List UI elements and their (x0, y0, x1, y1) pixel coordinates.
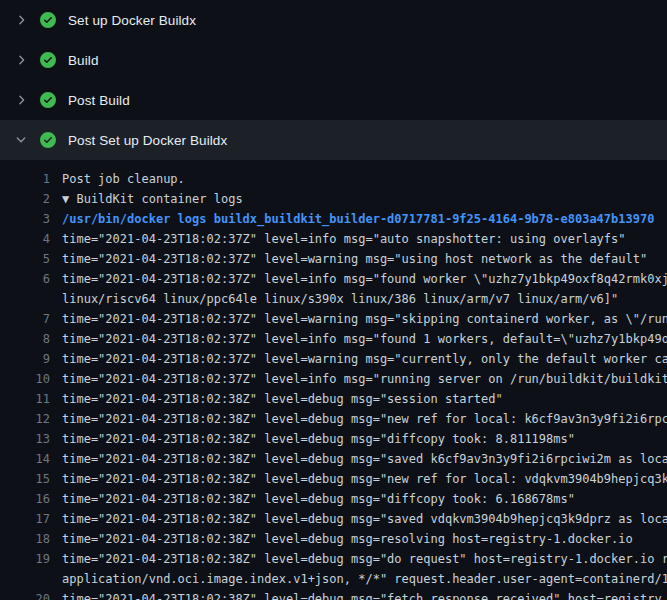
log-row: 11time="2021-04-23T18:02:38Z" level=debu… (0, 389, 667, 409)
log-text: linux/riscv64 linux/ppc64le linux/s390x … (50, 289, 618, 309)
line-number[interactable]: 10 (0, 369, 50, 389)
log-text: time="2021-04-23T18:02:38Z" level=debug … (50, 529, 633, 549)
log-group-toggle[interactable]: ▼ BuildKit container logs (50, 189, 243, 209)
log-row: 14time="2021-04-23T18:02:38Z" level=debu… (0, 449, 667, 469)
log-row: 18time="2021-04-23T18:02:38Z" level=debu… (0, 529, 667, 549)
log-text: time="2021-04-23T18:02:38Z" level=debug … (50, 549, 667, 569)
step-header-set-up-docker-buildx[interactable]: Set up Docker Buildx (0, 0, 667, 40)
log-text: time="2021-04-23T18:02:38Z" level=debug … (50, 449, 667, 469)
log-row: 7time="2021-04-23T18:02:37Z" level=warni… (0, 309, 667, 329)
log-text: time="2021-04-23T18:02:38Z" level=debug … (50, 389, 503, 409)
line-number (0, 289, 50, 309)
log-row: 9time="2021-04-23T18:02:37Z" level=warni… (0, 349, 667, 369)
line-number[interactable]: 1 (0, 169, 50, 189)
log-row: 12time="2021-04-23T18:02:38Z" level=debu… (0, 409, 667, 429)
log-text: time="2021-04-23T18:02:38Z" level=debug … (50, 489, 575, 509)
line-number[interactable]: 6 (0, 269, 50, 289)
log-row: 10time="2021-04-23T18:02:37Z" level=info… (0, 369, 667, 389)
chevron-down-icon (13, 132, 29, 148)
step-header-post-set-up-docker-buildx[interactable]: Post Set up Docker Buildx (0, 120, 667, 160)
check-circle-icon (40, 92, 56, 108)
log-row: 3/usr/bin/docker logs buildx_buildkit_bu… (0, 209, 667, 229)
log-row: 13time="2021-04-23T18:02:38Z" level=debu… (0, 429, 667, 449)
step-label: Post Set up Docker Buildx (68, 133, 227, 148)
chevron-right-icon (13, 92, 29, 108)
log-row: 17time="2021-04-23T18:02:38Z" level=debu… (0, 509, 667, 529)
step-label: Set up Docker Buildx (68, 13, 196, 28)
line-number[interactable]: 20 (0, 589, 50, 600)
log-text: time="2021-04-23T18:02:37Z" level=info m… (50, 229, 626, 249)
log-row: 4time="2021-04-23T18:02:37Z" level=info … (0, 229, 667, 249)
log-row: 5time="2021-04-23T18:02:37Z" level=warni… (0, 249, 667, 269)
log-text: time="2021-04-23T18:02:37Z" level=info m… (50, 269, 667, 289)
log-text: time="2021-04-23T18:02:37Z" level=info m… (50, 329, 667, 349)
log-text: time="2021-04-23T18:02:37Z" level=warnin… (50, 249, 647, 269)
steps-list: Set up Docker BuildxBuildPost BuildPost … (0, 0, 667, 160)
line-number[interactable]: 2 (0, 189, 50, 209)
log-text: time="2021-04-23T18:02:38Z" level=debug … (50, 509, 667, 529)
check-circle-icon (40, 52, 56, 68)
log-row: 8time="2021-04-23T18:02:37Z" level=info … (0, 329, 667, 349)
log-row-continuation: application/vnd.oci.image.index.v1+json,… (0, 569, 667, 589)
check-circle-icon (40, 12, 56, 28)
line-number[interactable]: 5 (0, 249, 50, 269)
log-row: 6time="2021-04-23T18:02:37Z" level=info … (0, 269, 667, 289)
log-text: time="2021-04-23T18:02:38Z" level=debug … (50, 409, 667, 429)
line-number[interactable]: 8 (0, 329, 50, 349)
line-number[interactable]: 19 (0, 549, 50, 569)
line-number[interactable]: 16 (0, 489, 50, 509)
line-number[interactable]: 18 (0, 529, 50, 549)
step-label: Build (68, 53, 99, 68)
log-text: application/vnd.oci.image.index.v1+json,… (50, 569, 667, 589)
step-header-post-build[interactable]: Post Build (0, 80, 667, 120)
step-label: Post Build (68, 93, 130, 108)
log-text: time="2021-04-23T18:02:38Z" level=debug … (50, 469, 667, 489)
line-number[interactable]: 12 (0, 409, 50, 429)
log-text: Post job cleanup. (50, 169, 185, 189)
check-circle-icon (40, 132, 56, 148)
log-row: 16time="2021-04-23T18:02:38Z" level=debu… (0, 489, 667, 509)
log-text: time="2021-04-23T18:02:37Z" level=warnin… (50, 309, 667, 329)
chevron-right-icon (13, 52, 29, 68)
log-row: 19time="2021-04-23T18:02:38Z" level=debu… (0, 549, 667, 569)
line-number[interactable]: 4 (0, 229, 50, 249)
line-number[interactable]: 3 (0, 209, 50, 229)
log-row-continuation: linux/riscv64 linux/ppc64le linux/s390x … (0, 289, 667, 309)
line-number[interactable]: 14 (0, 449, 50, 469)
log-row: 2▼ BuildKit container logs (0, 189, 667, 209)
line-number[interactable]: 13 (0, 429, 50, 449)
log-text: time="2021-04-23T18:02:37Z" level=warnin… (50, 349, 667, 369)
log-command-text: /usr/bin/docker logs buildx_buildkit_bui… (50, 209, 654, 229)
line-number[interactable]: 11 (0, 389, 50, 409)
log-text: time="2021-04-23T18:02:38Z" level=debug … (50, 589, 662, 600)
log-row: 20time="2021-04-23T18:02:38Z" level=debu… (0, 589, 667, 600)
log-text: time="2021-04-23T18:02:37Z" level=info m… (50, 369, 667, 389)
chevron-right-icon (13, 12, 29, 28)
log-text: time="2021-04-23T18:02:38Z" level=debug … (50, 429, 575, 449)
step-header-build[interactable]: Build (0, 40, 667, 80)
line-number[interactable]: 17 (0, 509, 50, 529)
log-row: 1Post job cleanup. (0, 169, 667, 189)
line-number (0, 569, 50, 589)
line-number[interactable]: 9 (0, 349, 50, 369)
log-row: 15time="2021-04-23T18:02:38Z" level=debu… (0, 469, 667, 489)
log-viewer: 1Post job cleanup.2▼ BuildKit container … (0, 160, 667, 600)
line-number[interactable]: 15 (0, 469, 50, 489)
line-number[interactable]: 7 (0, 309, 50, 329)
